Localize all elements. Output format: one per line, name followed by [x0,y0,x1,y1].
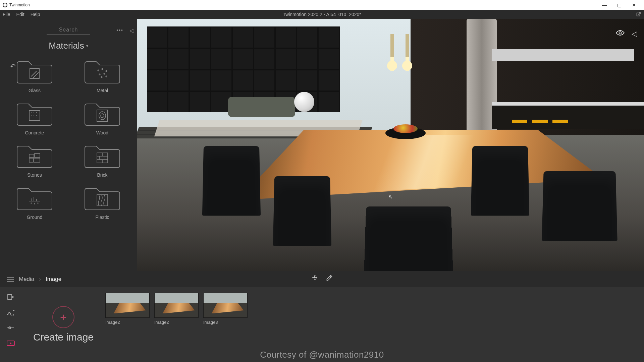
menu-bar: File Edit Help Twinmotion 2020.2 - AI54_… [0,10,644,19]
svg-point-7 [104,73,105,74]
svg-rect-40 [13,310,14,311]
folder-label: Stones [27,172,42,178]
material-folder-grid: Glass Metal Concrete Wood Stones [0,57,137,220]
svg-point-21 [99,112,106,120]
svg-point-3 [98,70,99,71]
svg-point-11 [31,112,32,113]
settings-slider-icon[interactable] [6,324,15,331]
folder-label: Wood [96,130,108,135]
nav-up-icon[interactable]: ↶ [10,62,16,70]
folder-metal[interactable]: Metal [70,57,134,93]
folder-ground[interactable]: Ground [3,184,66,220]
image-thumbnails: Image2 Image2 Image3 [105,287,248,362]
import-icon[interactable] [6,294,15,300]
breadcrumb-bar: Media › Image [0,271,644,287]
svg-point-14 [31,115,32,116]
eye-icon[interactable] [615,29,625,38]
main-area: ••• ◁ Materials ▾ ↶ Glass Metal Concrete [0,19,644,271]
search-input[interactable] [47,25,90,35]
thumb-label: Image3 [203,320,248,325]
folder-plastic[interactable]: Plastic [70,184,134,220]
library-collapse-icon[interactable]: ◁ [129,27,134,34]
panel-collapse-icon[interactable]: ◁ [632,29,637,38]
svg-point-9 [106,76,107,77]
viewport-3d[interactable]: ◁ ↖ [137,19,644,271]
dock-icon-strip [0,287,21,362]
dock-menu-icon[interactable] [7,277,14,282]
breadcrumb-media[interactable]: Media [19,276,34,283]
folder-label: Ground [27,215,43,220]
svg-point-15 [34,115,34,116]
path-icon[interactable] [6,309,15,316]
create-image-column: + Create image [21,287,105,362]
svg-point-22 [101,114,104,118]
thumb-label: Image2 [105,320,150,325]
breadcrumb-separator: › [39,276,41,283]
media-panel: + Create image Image2 Image2 Image3 Cour… [0,287,644,362]
svg-point-38 [619,32,622,34]
folder-label: Glass [29,88,41,93]
app-logo-icon [3,3,7,7]
menu-help[interactable]: Help [31,12,40,17]
svg-rect-39 [7,314,8,315]
window-maximize-button[interactable]: ▢ [612,2,627,8]
svg-rect-10 [29,111,40,121]
svg-point-16 [36,115,37,116]
popout-icon[interactable] [635,11,641,17]
svg-point-5 [106,71,107,72]
scene-render [137,19,644,271]
category-label: Materials [49,41,84,51]
eyedropper-tool-icon[interactable] [326,275,333,284]
create-image-label: Create image [33,331,94,343]
library-more-icon[interactable]: ••• [116,27,123,33]
window-minimize-button[interactable]: — [597,2,612,8]
chevron-down-icon: ▾ [86,44,88,48]
folder-concrete[interactable]: Concrete [3,99,66,135]
create-image-button[interactable]: + [52,306,74,328]
svg-point-8 [101,77,102,78]
thumb-image2a[interactable]: Image2 [105,293,150,362]
folder-label: Plastic [95,215,109,220]
thumb-image2b[interactable]: Image2 [154,293,199,362]
svg-point-36 [38,203,38,203]
category-dropdown[interactable]: Materials ▾ [0,41,137,51]
menu-edit[interactable]: Edit [16,12,24,17]
svg-point-18 [34,118,34,118]
folder-brick[interactable]: Brick [70,141,134,178]
folder-label: Brick [97,172,107,178]
folder-label: Concrete [25,130,44,135]
svg-point-19 [36,118,37,118]
svg-point-34 [31,203,32,203]
document-title: Twinmotion 2020.2 - AI54_010_2020* [283,12,361,17]
breadcrumb-image[interactable]: Image [46,276,61,283]
window-close-button[interactable]: ✕ [627,2,641,8]
folder-wood[interactable]: Wood [70,99,134,135]
courtesy-text: Courtesy of @wanimation2910 [260,350,384,360]
svg-point-35 [34,203,35,204]
media-icon[interactable] [6,340,15,347]
library-sidebar: ••• ◁ Materials ▾ ↶ Glass Metal Concrete [0,19,137,271]
svg-point-6 [99,74,100,75]
move-tool-icon[interactable] [311,275,319,284]
thumb-label: Image2 [154,320,199,325]
folder-stones[interactable]: Stones [3,141,66,178]
svg-point-12 [34,112,34,113]
thumb-image3[interactable]: Image3 [203,293,248,362]
svg-point-13 [36,112,37,113]
window-titlebar: Twinmotion — ▢ ✕ [0,0,644,10]
svg-point-4 [102,69,103,70]
app-name: Twinmotion [9,3,30,7]
folder-label: Metal [97,88,108,93]
svg-point-17 [31,118,32,118]
menu-file[interactable]: File [3,12,10,17]
